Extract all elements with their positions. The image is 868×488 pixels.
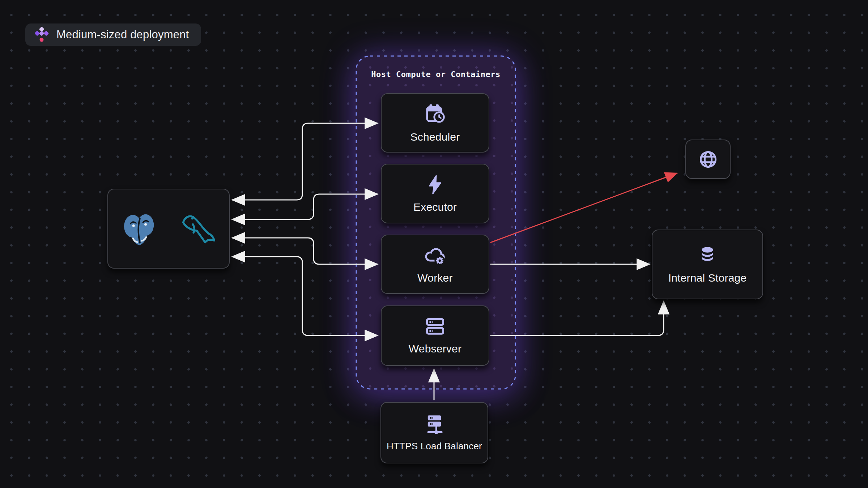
cloud-gear-icon <box>424 244 447 266</box>
host-container-title: Host Compute or Containers <box>356 70 516 79</box>
globe-icon <box>696 147 720 171</box>
postgresql-logo <box>119 209 159 249</box>
metadata-db-logos <box>119 209 218 249</box>
deployment-badge: Medium-sized deployment <box>25 23 201 46</box>
executor-label: Executor <box>413 201 457 213</box>
edge-webserver-storage <box>490 301 664 335</box>
scheduler-node: Scheduler <box>381 93 489 153</box>
worker-node: Worker <box>381 235 489 294</box>
external-endpoint-node <box>685 140 731 179</box>
executor-node: Executor <box>381 164 489 223</box>
internal-storage-label: Internal Storage <box>668 272 747 284</box>
lightning-bolt-icon <box>425 174 446 195</box>
internal-storage-node: Internal Storage <box>652 230 763 299</box>
server-stack-icon <box>424 317 446 337</box>
calendar-clock-icon <box>424 103 446 125</box>
scheduler-label: Scheduler <box>410 131 460 143</box>
metadata-db-node <box>107 189 230 269</box>
deployment-diamonds-icon <box>34 26 49 43</box>
database-cylinder-icon <box>697 245 718 266</box>
webserver-node: Webserver <box>381 305 489 366</box>
worker-label: Worker <box>417 272 452 284</box>
deployment-badge-label: Medium-sized deployment <box>56 28 189 41</box>
load-balancer-node: HTTPS Load Balancer <box>380 402 488 463</box>
load-balancer-label: HTTPS Load Balancer <box>387 441 482 452</box>
webserver-label: Webserver <box>409 343 461 355</box>
mysql-logo <box>175 211 218 247</box>
load-balancer-icon <box>424 414 445 435</box>
edge-worker-external <box>490 173 677 243</box>
deployment-diagram: Host Compute or Containers <box>0 0 868 488</box>
